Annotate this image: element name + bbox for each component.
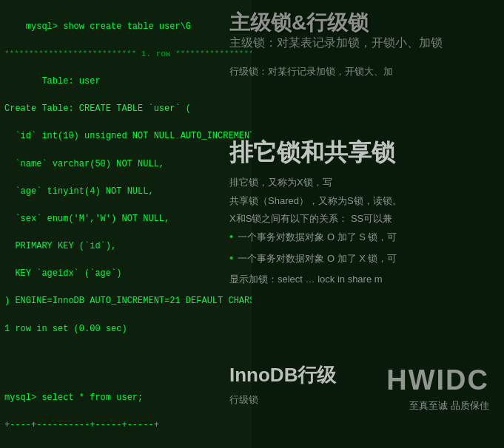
prompt-select: mysql> select * from user;	[4, 393, 143, 403]
col-age: `age` tinyint(4) NOT NULL,	[4, 186, 154, 197]
sep-line-top: +----+----------+-----+-----+	[4, 420, 159, 430]
engine-line: ) ENGINE=InnoDB AUTO_INCREMENT=21 DEFAUL…	[4, 296, 252, 306]
blank-line	[4, 364, 10, 375]
create-label: Create Table: CREATE TABLE `user` (	[4, 103, 191, 114]
col-name: `name` varchar(50) NOT NULL,	[4, 159, 164, 169]
key-line: KEY `ageidx` (`age`)	[4, 268, 121, 279]
table-label: Table: user	[4, 76, 101, 86]
prompt-show-create: mysql> show create table user\G	[26, 21, 191, 32]
terminal-content: mysql> show create table user\G ********…	[4, 6, 247, 448]
row-count-1: 1 row in set (0.00 sec)	[4, 324, 127, 334]
col-sex: `sex` enum('M','W') NOT NULL,	[4, 214, 169, 224]
star-line: *************************** 1. row *****…	[4, 50, 252, 58]
terminal-panel: mysql> show create table user\G ********…	[0, 0, 252, 448]
pk-line: PRIMARY KEY (`id`),	[4, 241, 116, 251]
col-id: `id` int(10) unsigned NOT NULL AUTO_INCR…	[4, 131, 252, 141]
